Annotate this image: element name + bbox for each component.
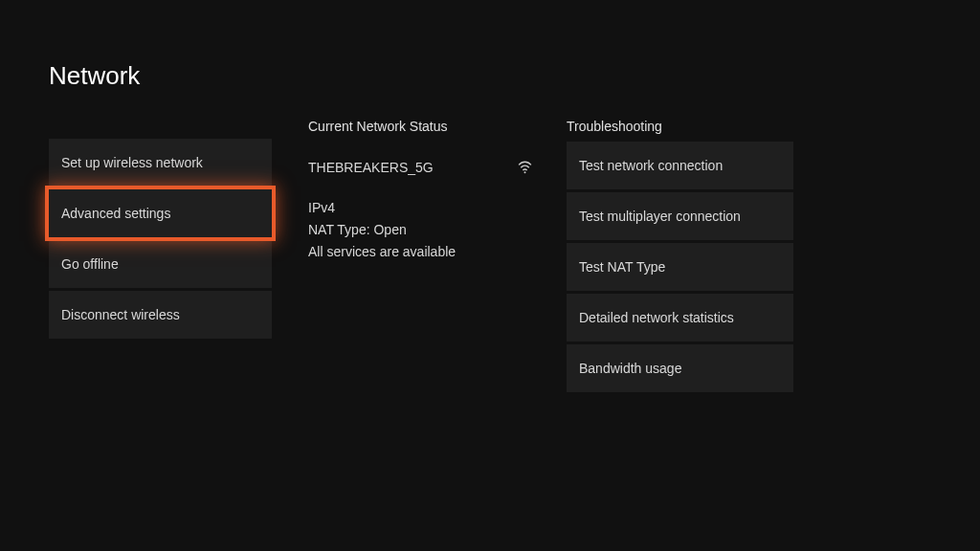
- ts-item-test-network[interactable]: Test network connection: [567, 142, 793, 189]
- menu-item-label: Go offline: [61, 256, 119, 272]
- ts-item-bandwidth[interactable]: Bandwidth usage: [567, 344, 793, 392]
- ts-item-label: Test multiplayer connection: [579, 209, 741, 224]
- menu-item-disconnect-wireless[interactable]: Disconnect wireless: [49, 291, 272, 339]
- ts-item-test-multiplayer[interactable]: Test multiplayer connection: [567, 192, 793, 240]
- ts-item-test-nat[interactable]: Test NAT Type: [567, 243, 793, 291]
- menu-item-setup-wireless[interactable]: Set up wireless network: [49, 139, 272, 187]
- ts-item-label: Bandwidth usage: [579, 361, 681, 376]
- troubleshooting-heading: Troubleshooting: [567, 119, 793, 134]
- ts-item-label: Test network connection: [579, 158, 723, 173]
- troubleshooting-panel: Troubleshooting Test network connection …: [567, 119, 793, 392]
- nat-type: NAT Type: Open: [308, 222, 543, 237]
- status-heading: Current Network Status: [308, 119, 543, 134]
- ts-item-label: Test NAT Type: [579, 259, 665, 275]
- network-status-panel: Current Network Status THEBREAKERS_5G IP…: [308, 119, 543, 266]
- services-status: All services are available: [308, 244, 543, 259]
- ssid-row: THEBREAKERS_5G: [308, 159, 533, 175]
- menu-item-advanced-settings[interactable]: Advanced settings: [49, 189, 272, 237]
- menu-item-label: Disconnect wireless: [61, 307, 180, 322]
- svg-point-0: [524, 171, 526, 173]
- ts-item-label: Detailed network statistics: [579, 310, 734, 325]
- menu-item-label: Advanced settings: [61, 206, 170, 221]
- menu-item-label: Set up wireless network: [61, 155, 203, 170]
- page-title: Network: [49, 61, 140, 91]
- ssid-text: THEBREAKERS_5G: [308, 160, 434, 175]
- ts-item-detailed-stats[interactable]: Detailed network statistics: [567, 294, 793, 342]
- left-menu: Set up wireless network Advanced setting…: [49, 139, 272, 339]
- menu-item-go-offline[interactable]: Go offline: [49, 240, 272, 288]
- ip-version: IPv4: [308, 200, 543, 215]
- troubleshooting-list: Test network connection Test multiplayer…: [567, 142, 793, 392]
- wifi-icon: [517, 159, 533, 175]
